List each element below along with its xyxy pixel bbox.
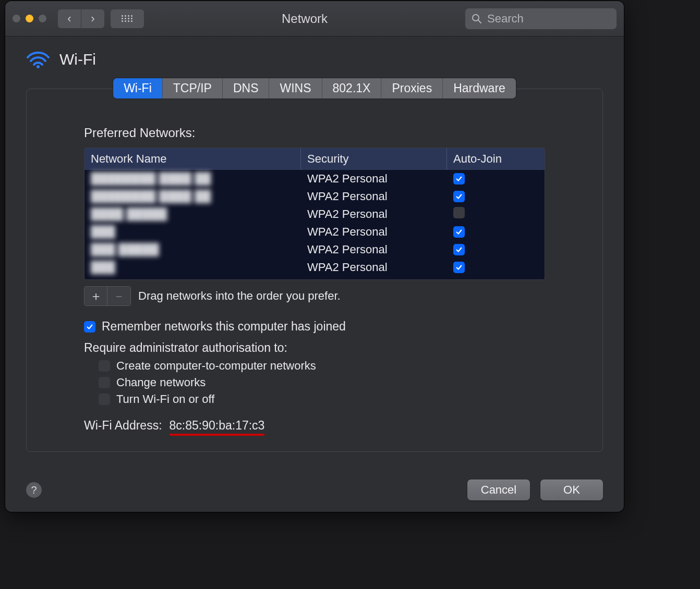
check-icon	[455, 264, 463, 271]
create-c2c-label: Create computer-to-computer networks	[116, 359, 316, 373]
autojoin-cell	[447, 207, 545, 222]
nav-back-forward: ‹ ›	[58, 9, 104, 28]
autojoin-cell	[447, 172, 545, 186]
search-placeholder: Search	[487, 12, 524, 26]
table-row[interactable]: ████████ ████ ██WPA2 Personal	[85, 188, 545, 205]
add-remove-row: ＋ － Drag networks into the order you pre…	[84, 286, 545, 306]
network-name-cell: ███ █████	[85, 243, 301, 256]
options-block: Remember networks this computer has join…	[84, 320, 545, 436]
zoom-window-button[interactable]	[39, 15, 46, 22]
pane-title: Wi-Fi	[59, 51, 96, 68]
preferred-networks-table: Network Name Security Auto-Join ████████…	[84, 148, 545, 280]
col-network-name[interactable]: Network Name	[85, 148, 301, 170]
tab-wifi[interactable]: Wi-Fi	[113, 78, 163, 99]
autojoin-checkbox[interactable]	[453, 207, 465, 218]
preferred-networks-label: Preferred Networks:	[84, 126, 545, 140]
change-networks-label: Change networks	[116, 376, 206, 389]
svg-point-0	[473, 15, 479, 21]
autojoin-checkbox[interactable]	[453, 226, 465, 238]
table-row[interactable]: ███ █████WPA2 Personal	[85, 241, 545, 259]
search-input[interactable]: Search	[465, 8, 617, 29]
check-icon	[455, 175, 463, 182]
autojoin-checkbox[interactable]	[453, 191, 465, 202]
remember-label: Remember networks this computer has join…	[102, 320, 346, 334]
network-name-cell: ████████ ████ ██	[85, 172, 301, 186]
back-button[interactable]: ‹	[58, 9, 81, 28]
window-title: Network	[150, 11, 459, 26]
tab-8021x[interactable]: 802.1X	[322, 78, 382, 99]
col-auto-join[interactable]: Auto-Join	[447, 148, 545, 170]
create-c2c-checkbox[interactable]	[99, 360, 110, 372]
check-icon	[86, 323, 93, 330]
security-cell: WPA2 Personal	[301, 207, 447, 221]
reorder-hint: Drag networks into the order you prefer.	[138, 289, 341, 303]
turn-wifi-checkbox[interactable]	[99, 394, 110, 405]
window-toolbar: ‹ › Network Search	[5, 1, 624, 36]
security-cell: WPA2 Personal	[301, 261, 447, 274]
network-name-cell: ████ █████	[85, 207, 301, 221]
tab-hardware[interactable]: Hardware	[443, 78, 516, 99]
show-all-button[interactable]	[111, 9, 144, 28]
pane-header: Wi-Fi	[26, 50, 603, 69]
security-cell: WPA2 Personal	[301, 243, 447, 256]
autojoin-checkbox[interactable]	[453, 262, 465, 273]
close-window-button[interactable]	[13, 15, 20, 22]
table-row[interactable]: ████████ ████ ██WPA2 Personal	[85, 170, 545, 188]
autojoin-cell	[447, 225, 545, 239]
wifi-address-value: 8c:85:90:ba:17:c3	[170, 419, 265, 436]
autojoin-cell	[447, 243, 545, 256]
table-row[interactable]: ███WPA2 Personal	[85, 259, 545, 276]
help-button[interactable]: ?	[26, 482, 42, 498]
table-row[interactable]: ███WPA2 Personal	[85, 223, 545, 241]
table-header: Network Name Security Auto-Join	[85, 148, 545, 170]
autojoin-cell	[447, 261, 545, 274]
check-icon	[455, 193, 463, 200]
check-icon	[455, 246, 463, 253]
network-name-cell: ████████ ████ ██	[85, 190, 301, 203]
remember-row: Remember networks this computer has join…	[84, 320, 545, 334]
col-security[interactable]: Security	[301, 148, 447, 170]
grid-icon	[122, 15, 133, 22]
forward-button[interactable]: ›	[81, 9, 104, 28]
wifi-address-label: Wi-Fi Address:	[84, 419, 162, 436]
autojoin-checkbox[interactable]	[453, 244, 465, 255]
check-icon	[455, 228, 463, 236]
ok-button[interactable]: OK	[540, 480, 603, 500]
autojoin-checkbox[interactable]	[453, 173, 465, 185]
network-name-cell: ███	[85, 261, 301, 274]
traffic-lights	[13, 15, 46, 22]
tab-wins[interactable]: WINS	[269, 78, 322, 99]
svg-line-1	[478, 20, 481, 23]
minimize-window-button[interactable]	[26, 15, 33, 22]
remember-networks-checkbox[interactable]	[84, 321, 95, 333]
tab-bar: Wi-FiTCP/IPDNSWINS802.1XProxiesHardware	[113, 78, 516, 99]
wifi-icon	[26, 50, 50, 69]
remove-network-button[interactable]: －	[107, 287, 130, 305]
tab-dns[interactable]: DNS	[223, 78, 270, 99]
network-name-cell: ███	[85, 225, 301, 239]
cancel-button[interactable]: Cancel	[467, 480, 530, 500]
security-cell: WPA2 Personal	[301, 225, 447, 239]
require-admin-label: Require administrator authorisation to:	[84, 341, 545, 355]
svg-point-2	[37, 65, 40, 68]
change-networks-checkbox[interactable]	[99, 377, 110, 388]
add-network-button[interactable]: ＋	[85, 287, 107, 305]
security-cell: WPA2 Personal	[301, 172, 447, 186]
chevron-right-icon: ›	[91, 13, 94, 24]
pane-body: Wi-Fi Wi-FiTCP/IPDNSWINS802.1XProxiesHar…	[5, 36, 624, 512]
wifi-address-row: Wi-Fi Address: 8c:85:90:ba:17:c3	[84, 419, 545, 436]
dialog-footer: ? Cancel OK	[26, 480, 603, 500]
table-row[interactable]: ████ █████WPA2 Personal	[85, 205, 545, 223]
chevron-left-icon: ‹	[67, 13, 71, 24]
tab-tcpip[interactable]: TCP/IP	[163, 78, 223, 99]
settings-panel: Preferred Networks: Network Name Securit…	[26, 89, 603, 452]
tab-proxies[interactable]: Proxies	[381, 78, 443, 99]
security-cell: WPA2 Personal	[301, 190, 447, 203]
preferences-window: ‹ › Network Search Wi-Fi Wi-Fi	[5, 1, 624, 512]
table-body[interactable]: ████████ ████ ██WPA2 Personal████████ ██…	[85, 170, 545, 279]
search-icon	[472, 14, 482, 24]
autojoin-cell	[447, 190, 545, 203]
turn-wifi-label: Turn Wi-Fi on or off	[116, 392, 214, 406]
add-remove-group: ＋ －	[84, 286, 131, 306]
